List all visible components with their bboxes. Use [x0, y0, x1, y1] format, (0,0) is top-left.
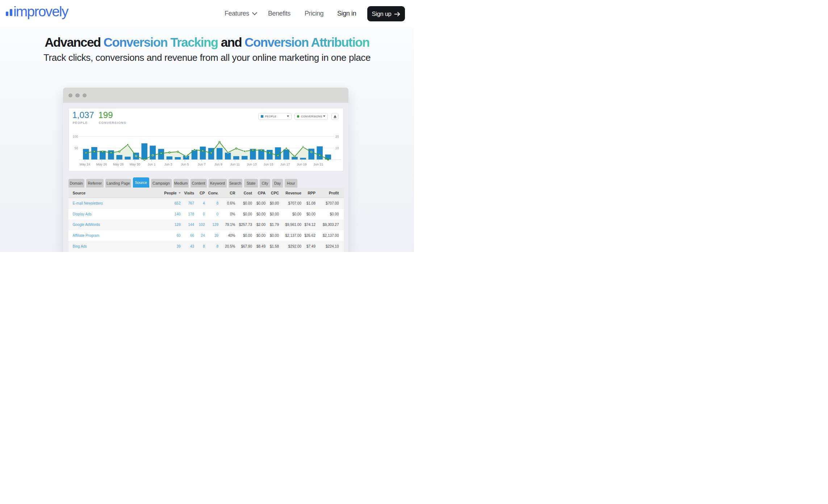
- svg-text:Jun 1: Jun 1: [147, 163, 155, 166]
- svg-text:Jun 9: Jun 9: [214, 163, 222, 166]
- svg-text:Jun 21: Jun 21: [313, 163, 323, 166]
- svg-text:Jun 15: Jun 15: [263, 163, 273, 166]
- svg-text:Jun 5: Jun 5: [181, 163, 189, 166]
- svg-text:Jun 3: Jun 3: [164, 163, 172, 166]
- svg-text:10: 10: [335, 146, 339, 150]
- svg-text:May 26: May 26: [96, 163, 107, 166]
- svg-text:Jun 19: Jun 19: [297, 163, 306, 166]
- svg-text:50: 50: [74, 146, 78, 150]
- svg-text:100: 100: [72, 135, 78, 138]
- svg-text:Jun 13: Jun 13: [247, 163, 256, 166]
- svg-text:May 24: May 24: [79, 163, 90, 166]
- svg-text:May 30: May 30: [129, 163, 140, 166]
- svg-text:May 28: May 28: [113, 163, 124, 166]
- svg-text:Jun 11: Jun 11: [230, 163, 239, 166]
- svg-text:Jun 17: Jun 17: [280, 163, 290, 166]
- svg-text:20: 20: [335, 135, 339, 138]
- svg-text:Jun 7: Jun 7: [197, 163, 205, 166]
